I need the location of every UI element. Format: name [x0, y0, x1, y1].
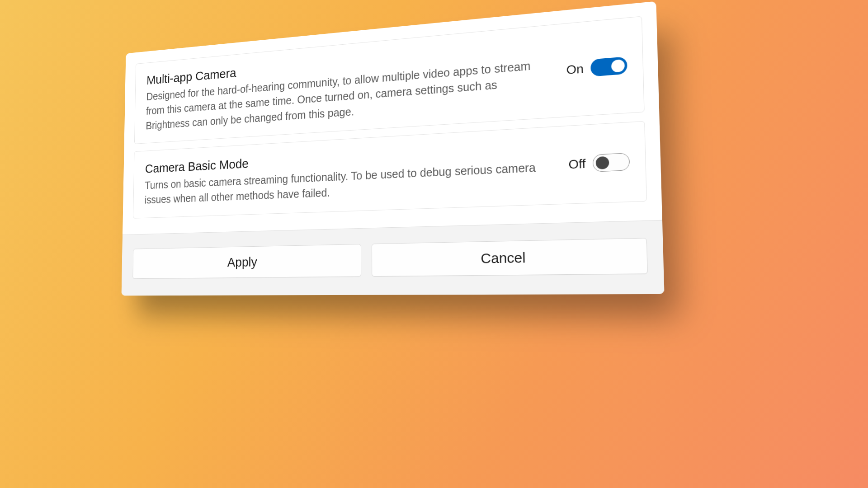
toggle-state-label: On	[566, 61, 584, 78]
setting-text: Camera Basic Mode Turns on basic camera …	[145, 138, 554, 207]
settings-panel: Multi-app Camera Designed for the hard-o…	[122, 1, 665, 296]
toggle-group: Off	[568, 153, 630, 173]
cancel-button[interactable]: Cancel	[372, 238, 648, 277]
multi-app-camera-toggle[interactable]	[590, 56, 627, 77]
basic-mode-toggle[interactable]	[593, 153, 630, 172]
toggle-state-label: Off	[568, 156, 586, 172]
button-label: Cancel	[481, 249, 526, 267]
toggle-knob-icon	[611, 59, 625, 73]
button-label: Apply	[227, 254, 257, 270]
background-gradient: Multi-app Camera Designed for the hard-o…	[0, 0, 868, 488]
toggle-group: On	[566, 56, 627, 79]
settings-content: Multi-app Camera Designed for the hard-o…	[123, 1, 662, 235]
setting-text: Multi-app Camera Designed for the hard-o…	[146, 36, 552, 133]
apply-button[interactable]: Apply	[132, 244, 361, 278]
toggle-knob-icon	[596, 156, 609, 169]
setting-row-multi-app-camera: Multi-app Camera Designed for the hard-o…	[134, 16, 645, 144]
